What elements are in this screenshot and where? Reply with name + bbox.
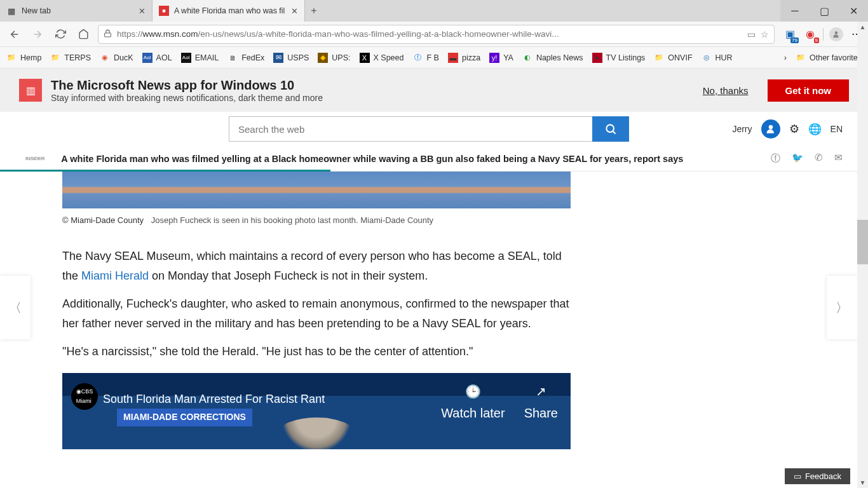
email-share-icon[interactable]: ✉ bbox=[834, 152, 843, 165]
bookmark-fb[interactable]: ⓕF B bbox=[412, 53, 438, 63]
bookmarks-bar: 📁Hemp 📁TERPS ◉DucK AolAOL AolEMAIL 🗎FedE… bbox=[0, 47, 868, 69]
yahoo-icon: y! bbox=[489, 53, 499, 63]
svg-point-3 bbox=[769, 125, 773, 129]
window-controls: ─ ▢ ✕ bbox=[780, 0, 868, 22]
adblock-icon[interactable]: ◉9 bbox=[803, 27, 818, 42]
favorite-star-icon[interactable]: ☆ bbox=[761, 29, 769, 39]
bookmark-naplesnews[interactable]: ◐Naples News bbox=[522, 53, 583, 63]
social-share-group: ⓕ 🐦 ✆ ✉ bbox=[771, 152, 843, 165]
bookmark-tvlistings[interactable]: ▸TV Listings bbox=[592, 53, 646, 63]
search-row: Jerry ⚙ 🌐 EN bbox=[0, 112, 868, 146]
facebook-share-icon[interactable]: ⓕ bbox=[771, 152, 780, 165]
bookmark-ups[interactable]: ◆UPS: bbox=[318, 53, 350, 63]
bookmarks-overflow[interactable]: › bbox=[784, 53, 787, 62]
miami-herald-link[interactable]: Miami Herald bbox=[81, 269, 149, 282]
article-paragraph: Additionally, Fucheck's daughter, who as… bbox=[62, 294, 571, 333]
article-body: © Miami-Dade County Joseph Fucheck is se… bbox=[0, 172, 868, 449]
browser-nav-bar: https://www.msn.com/en-us/news/us/a-whit… bbox=[0, 22, 868, 47]
bookmark-email[interactable]: AolEMAIL bbox=[181, 53, 219, 63]
headline-text: A white Florida man who was filmed yelli… bbox=[61, 154, 683, 164]
bookmark-pizza[interactable]: ▬pizza bbox=[448, 53, 480, 63]
scroll-down-arrow[interactable]: ▼ bbox=[857, 477, 868, 488]
bookmark-onvif[interactable]: 📁ONVIF bbox=[654, 53, 692, 63]
share-icon: ↗ bbox=[524, 381, 558, 402]
refresh-button[interactable] bbox=[50, 24, 71, 45]
close-icon[interactable]: ✕ bbox=[290, 7, 298, 15]
promo-subtitle: Stay informed with breaking news notific… bbox=[51, 93, 323, 103]
bookmark-ya[interactable]: y!YA bbox=[489, 53, 513, 63]
bookmark-terps[interactable]: 📁TERPS bbox=[50, 53, 91, 63]
promo-title: The Microsoft News app for Windows 10 bbox=[51, 78, 323, 93]
collections-icon[interactable]: ▣79 bbox=[782, 27, 797, 42]
bookmark-hemp[interactable]: 📁Hemp bbox=[6, 53, 41, 63]
home-button[interactable] bbox=[72, 24, 94, 45]
promo-nothanks-link[interactable]: No, thanks bbox=[703, 85, 749, 96]
feedback-button[interactable]: ▭ Feedback bbox=[785, 468, 850, 484]
user-name: Jerry bbox=[732, 124, 752, 134]
user-avatar[interactable] bbox=[761, 119, 780, 139]
document-icon: 🗎 bbox=[227, 53, 238, 63]
facebook-icon: ⓕ bbox=[412, 53, 423, 63]
image-caption: © Miami-Dade County Joseph Fucheck is se… bbox=[62, 208, 806, 238]
promo-banner: ▥ The Microsoft News app for Windows 10 … bbox=[0, 69, 868, 112]
tab-strip: ▦ New tab ✕ ■ A white Florida man who wa… bbox=[0, 0, 780, 22]
bookmark-usps[interactable]: ✉USPS bbox=[273, 53, 309, 63]
folder-icon: 📁 bbox=[654, 53, 664, 63]
tab-title: A white Florida man who was fil bbox=[174, 6, 285, 15]
aol-icon: Aol bbox=[181, 53, 191, 63]
caption-text: Joseph Fucheck is seen in his booking ph… bbox=[151, 215, 433, 225]
reader-mode-icon[interactable]: ▭ bbox=[747, 29, 756, 39]
prev-article-button[interactable]: 〈 bbox=[0, 276, 31, 339]
scroll-thumb[interactable] bbox=[857, 220, 868, 264]
watch-later-button[interactable]: 🕒Watch later bbox=[441, 381, 505, 424]
scroll-up-arrow[interactable]: ▲ bbox=[857, 22, 868, 32]
bookmark-aol[interactable]: AolAOL bbox=[142, 53, 172, 63]
folder-icon: 📁 bbox=[50, 53, 60, 63]
video-embed[interactable]: ◉CBSMiami South Florida Man Arrested For… bbox=[62, 373, 571, 449]
article-paragraph: The Navy SEAL Museum, which maintains a … bbox=[62, 247, 571, 285]
settings-gear-icon[interactable]: ⚙ bbox=[789, 122, 799, 136]
address-bar[interactable]: https://www.msn.com/en-us/news/us/a-whit… bbox=[98, 25, 775, 44]
url-text: https://www.msn.com/en-us/news/us/a-whit… bbox=[117, 29, 559, 39]
language-globe-icon[interactable]: 🌐 bbox=[808, 123, 822, 136]
bookmark-fedex[interactable]: 🗎FedEx bbox=[227, 53, 264, 63]
twitter-share-icon[interactable]: 🐦 bbox=[792, 152, 803, 165]
video-thumbnail-head bbox=[278, 417, 355, 449]
next-article-button[interactable]: 〉 bbox=[827, 276, 857, 339]
promo-get-button[interactable]: Get it now bbox=[768, 79, 850, 102]
profile-button[interactable] bbox=[829, 27, 844, 42]
search-button[interactable] bbox=[592, 116, 629, 142]
tv-icon: ▸ bbox=[592, 53, 602, 63]
search-input[interactable] bbox=[229, 116, 592, 142]
close-icon[interactable]: ✕ bbox=[138, 7, 146, 15]
other-favorites[interactable]: 📁Other favorites bbox=[796, 53, 862, 63]
language-code: EN bbox=[831, 124, 843, 134]
folder-icon: 📁 bbox=[6, 53, 17, 63]
headline-bar: INSIDER A white Florida man who was film… bbox=[0, 146, 868, 172]
whatsapp-share-icon[interactable]: ✆ bbox=[815, 152, 823, 165]
nav-right-icons: ▣79 ◉9 ⋯ bbox=[778, 27, 864, 42]
back-button[interactable] bbox=[4, 24, 25, 45]
pizza-icon: ▬ bbox=[448, 53, 458, 63]
close-button[interactable]: ✕ bbox=[839, 0, 868, 22]
hur-icon: ◎ bbox=[702, 53, 712, 63]
cbs-logo: ◉CBSMiami bbox=[71, 383, 98, 410]
article-paragraph: "He's a narcissist," she told the Herald… bbox=[62, 342, 571, 362]
new-tab-button[interactable]: + bbox=[305, 0, 323, 22]
bookmark-hur[interactable]: ◎HUR bbox=[702, 53, 733, 63]
forward-button[interactable] bbox=[27, 24, 48, 45]
tab-icon-msn: ■ bbox=[159, 6, 169, 16]
naples-icon: ◐ bbox=[522, 53, 532, 63]
x-icon: X bbox=[360, 53, 370, 63]
video-chyron: MIAMI-DADE CORRECTIONS bbox=[117, 409, 252, 426]
maximize-button[interactable]: ▢ bbox=[810, 0, 839, 22]
tab-newtab[interactable]: ▦ New tab ✕ bbox=[0, 0, 153, 22]
bookmark-duck[interactable]: ◉DucK bbox=[100, 53, 133, 63]
lock-icon bbox=[104, 29, 112, 39]
vertical-scrollbar[interactable]: ▲ ▼ bbox=[857, 22, 868, 488]
svg-point-2 bbox=[606, 125, 614, 132]
bookmark-xspeed[interactable]: XX Speed bbox=[360, 53, 404, 63]
minimize-button[interactable]: ─ bbox=[780, 0, 810, 22]
tab-msn-article[interactable]: ■ A white Florida man who was fil ✕ bbox=[153, 0, 305, 22]
video-share-button[interactable]: ↗Share bbox=[524, 381, 558, 424]
